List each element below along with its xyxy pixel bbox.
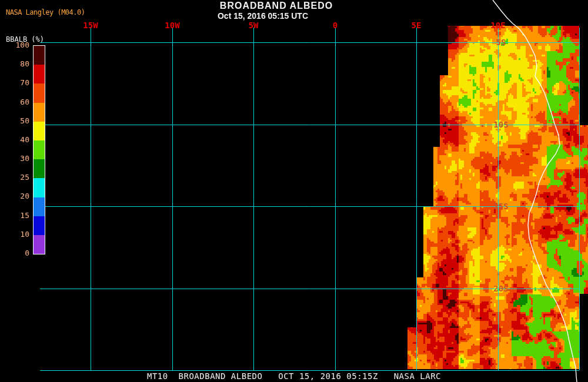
agency-label: NASA Langley (M04.0) xyxy=(6,8,85,16)
meridian-label: 10E xyxy=(490,21,505,30)
meridian-label: 5W xyxy=(249,21,259,30)
meridian-label: 10W xyxy=(165,21,179,30)
colorbar-tick-label: 40 xyxy=(4,136,29,144)
parallel-label: 10S xyxy=(493,120,508,129)
colorbar xyxy=(33,45,45,254)
colorbar-tick-label: 50 xyxy=(4,117,29,125)
meridian-label: 15W xyxy=(83,21,98,30)
colorbar-segment xyxy=(34,178,45,197)
colorbar-segment xyxy=(34,159,45,178)
colorbar-tick-label: 0 xyxy=(4,249,29,257)
colorbar-tick-label: 100 xyxy=(4,41,29,49)
colorbar-tick-label: 60 xyxy=(4,98,29,106)
colorbar-segment xyxy=(34,197,45,216)
colorbar-tick-label: 25 xyxy=(4,173,29,182)
colorbar-segment xyxy=(34,122,45,140)
colorbar-segment xyxy=(34,83,45,102)
colorbar-tick-label: 10 xyxy=(4,230,29,239)
albedo-map-canvas xyxy=(0,0,588,382)
albedo-product-screen: NASA Langley (M04.0) BROADBAND ALBEDO Oc… xyxy=(0,0,588,382)
colorbar-tick-label: 80 xyxy=(4,60,29,68)
colorbar-tick-label: 30 xyxy=(4,155,29,163)
colorbar-segment xyxy=(34,103,45,122)
parallel-label: 5S xyxy=(496,38,506,47)
colorbar-segment xyxy=(34,235,45,254)
colorbar-segment xyxy=(34,46,45,65)
colorbar-segment xyxy=(34,216,45,235)
meridian-label: 0 xyxy=(333,21,338,30)
colorbar-segment xyxy=(34,140,45,159)
parallel-label: 20S xyxy=(493,284,508,293)
parallel-label: 15S xyxy=(493,202,508,211)
colorbar-tick-label: 15 xyxy=(4,212,29,220)
colorbar-segment xyxy=(34,65,45,83)
footer-caption: MT10 BROADBAND ALBEDO OCT 15, 2016 05:15… xyxy=(0,371,588,381)
timestamp-subtitle: Oct 15, 2016 05:15 UTC xyxy=(192,11,333,21)
page-title: BROADBAND ALBEDO xyxy=(194,1,359,11)
colorbar-tick-label: 20 xyxy=(4,192,29,200)
meridian-label: 5E xyxy=(412,21,422,30)
colorbar-tick-label: 70 xyxy=(4,79,29,87)
